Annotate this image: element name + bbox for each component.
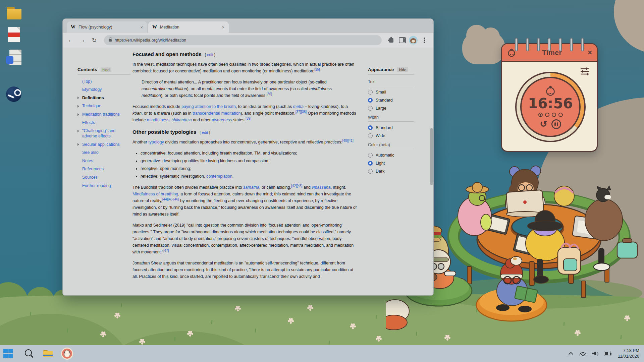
- toc-item-challenging-and-adverse-effects[interactable]: "Challenging" and adverse effects: [77, 127, 130, 140]
- toc-item-secular-applications[interactable]: Secular applications: [77, 140, 130, 149]
- side-panel-icon[interactable]: [398, 36, 407, 45]
- desktop-icon-steam[interactable]: [6, 86, 21, 102]
- extensions-icon[interactable]: [387, 36, 395, 45]
- radio-option-color-beta-dark[interactable]: Dark: [368, 167, 414, 175]
- desktop-icon-folder[interactable]: [6, 5, 21, 21]
- radio-icon[interactable]: [368, 90, 373, 95]
- reference-link[interactable]: [42][43]: [291, 184, 302, 188]
- tray-volume-icon[interactable]: [592, 351, 598, 356]
- laptop-cream: [506, 190, 544, 214]
- cloud: [462, 32, 505, 64]
- timer-close-button[interactable]: ×: [588, 49, 592, 56]
- profile-avatar[interactable]: [409, 36, 418, 45]
- taskbar-start-icon[interactable]: [5, 348, 16, 359]
- toc-label: Definitions: [82, 96, 104, 100]
- reference-link[interactable]: [47]: [163, 249, 169, 252]
- wiki-link[interactable]: transcendental meditation: [193, 111, 240, 116]
- browser-tab-flow-psychology[interactable]: WFlow (psychology)×: [67, 21, 147, 33]
- wiki-link[interactable]: paying attention to the breath: [181, 104, 236, 109]
- heading-text: Focused and open methods: [132, 51, 202, 57]
- forward-button[interactable]: →: [78, 36, 87, 45]
- wiki-link[interactable]: mettā: [293, 104, 304, 109]
- radio-option-color-beta-automatic[interactable]: Automatic: [368, 151, 414, 159]
- toc-item-technique[interactable]: Technique: [77, 102, 130, 111]
- radio-icon[interactable]: [368, 125, 373, 130]
- tab-close-icon[interactable]: ×: [221, 25, 225, 30]
- toc-item-further-reading[interactable]: Further reading: [77, 182, 130, 190]
- radio-icon[interactable]: [368, 133, 373, 138]
- tab-close-icon[interactable]: ×: [139, 25, 144, 30]
- toc-item-see-also[interactable]: See also: [77, 149, 130, 157]
- article-paragraph: In the West, meditation techniques have …: [132, 61, 358, 74]
- radio-option-text-large[interactable]: Large: [368, 104, 414, 112]
- text-run: ), or both specific focal points and the…: [161, 93, 267, 98]
- wiki-link[interactable]: samatha: [243, 185, 259, 190]
- reference-link[interactable]: [37][38]: [296, 110, 307, 114]
- appearance-hide-button[interactable]: hide: [397, 67, 408, 72]
- tomato-icon: [544, 85, 556, 96]
- taskbar-clock[interactable]: 7:18 PM 11/01/2026: [618, 348, 639, 359]
- text-run: – loving-kindness), to a: [304, 104, 348, 109]
- tray-wifi-icon[interactable]: [580, 351, 586, 356]
- radio-option-width-standard[interactable]: Standard: [368, 124, 414, 132]
- wiki-link[interactable]: Mindfulness of breathing: [132, 192, 178, 196]
- reference-link[interactable]: [44][45][46]: [162, 197, 179, 201]
- radio-option-text-small[interactable]: Small: [368, 88, 414, 96]
- radio-icon[interactable]: [368, 98, 373, 103]
- reference-link[interactable]: [40][41]: [342, 139, 353, 142]
- radio-icon[interactable]: [368, 169, 373, 174]
- toc-item-top[interactable]: (Top): [77, 77, 130, 86]
- back-button[interactable]: ←: [66, 36, 75, 45]
- taskbar-tomato-timer-icon[interactable]: [61, 348, 73, 360]
- taskbar-search-icon[interactable]: [23, 348, 35, 359]
- url-text[interactable]: https://en.wikipedia.org/wiki/Meditation: [115, 38, 186, 43]
- chevron-right-icon[interactable]: [77, 97, 79, 99]
- pause-button[interactable]: [551, 119, 561, 129]
- toc-item-references[interactable]: References: [77, 165, 130, 174]
- toc-item-effects[interactable]: Effects: [77, 119, 130, 127]
- radio-option-text-standard[interactable]: Standard: [368, 96, 414, 104]
- radio-option-color-beta-light[interactable]: Light: [368, 159, 414, 167]
- reference-link[interactable]: [35]: [314, 68, 320, 71]
- chevron-right-icon[interactable]: [77, 105, 79, 108]
- reset-button[interactable]: ↺: [540, 120, 547, 129]
- desktop-icon-pdf-document[interactable]: [6, 27, 21, 43]
- wiki-link[interactable]: shikantaza: [172, 118, 192, 122]
- radio-option-width-wide[interactable]: Wide: [368, 132, 414, 140]
- tray-chevron-up-icon[interactable]: [568, 351, 574, 356]
- reload-button[interactable]: ↻: [90, 36, 99, 45]
- toc-item-notes[interactable]: Notes: [77, 157, 130, 165]
- reference-link[interactable]: [39]: [246, 117, 251, 120]
- wiki-link[interactable]: awareness: [212, 118, 232, 122]
- chevron-right-icon[interactable]: [77, 143, 79, 146]
- toc-item-sources[interactable]: Sources: [77, 174, 130, 182]
- tray-battery-icon[interactable]: [604, 351, 610, 356]
- radio-icon[interactable]: [368, 106, 373, 111]
- wiki-link[interactable]: typology: [148, 140, 164, 144]
- wiki-link[interactable]: contemplation: [206, 174, 232, 179]
- chevron-right-icon[interactable]: [77, 113, 79, 116]
- radio-label: Standard: [376, 125, 393, 130]
- radio-icon[interactable]: [368, 153, 373, 158]
- edit-link[interactable]: edit: [207, 53, 213, 57]
- chevron-right-icon[interactable]: [77, 130, 79, 132]
- radio-label: Dark: [376, 169, 384, 174]
- scrollbar-thumb[interactable]: [430, 128, 433, 185]
- wiki-link[interactable]: mindfulness: [147, 118, 169, 122]
- toc-item-definitions[interactable]: Definitions: [77, 94, 130, 102]
- wiki-link[interactable]: vipassana: [312, 185, 330, 190]
- address-bar[interactable]: https://en.wikipedia.org/wiki/Meditation: [104, 35, 382, 45]
- browser-tab-meditation[interactable]: WMeditation×: [148, 21, 229, 33]
- reference-link[interactable]: [36]: [266, 92, 272, 96]
- toc-item-etymology[interactable]: Etymology: [77, 86, 130, 94]
- toc-hide-button[interactable]: hide: [101, 67, 112, 72]
- toc-item-meditation-traditions[interactable]: Meditation traditions: [77, 111, 130, 119]
- text-run: kōan: [132, 111, 142, 116]
- timer-widget: Timer × 16:56 ↺: [501, 43, 598, 152]
- desktop-icon-word-document[interactable]: [6, 50, 21, 66]
- menu-kebab-icon[interactable]: [420, 36, 429, 45]
- radio-icon[interactable]: [368, 161, 373, 166]
- taskbar-file-explorer-icon[interactable]: [42, 348, 54, 359]
- edit-link[interactable]: edit: [202, 130, 208, 134]
- text-run: Direction of mental attention... A pract…: [142, 80, 327, 84]
